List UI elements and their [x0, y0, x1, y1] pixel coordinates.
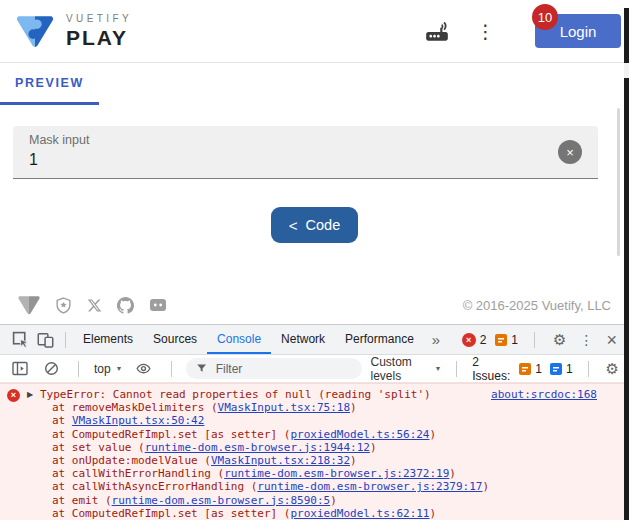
kebab-menu-icon[interactable]: ⋮ — [577, 332, 595, 348]
kebab-menu-icon[interactable]: ⋮ — [476, 22, 495, 41]
stack-file-link[interactable]: VMaskInput.tsx:50:42 — [72, 414, 204, 427]
vuetify-logo-icon[interactable] — [18, 295, 40, 315]
console-toolbar-right: Custom levels ▼ 2 Issues: 1 1 ⚙ — [370, 355, 621, 383]
x-twitter-icon[interactable] — [87, 298, 102, 313]
issues-orange-badge[interactable]: 1 — [519, 362, 542, 376]
filter-input[interactable] — [214, 361, 353, 377]
playground-tabbar: PREVIEW — [0, 63, 629, 105]
custom-levels-label: Custom levels — [370, 355, 429, 383]
stack-frame: at ComputedRefImpl.set [as setter] (prox… — [52, 507, 621, 520]
device-toolbar-icon[interactable] — [33, 331, 58, 348]
stack-frame-text: at onUpdate:modelValue ( — [52, 454, 211, 467]
stack-frame-text: at — [52, 414, 72, 427]
devtools-tab-performance[interactable]: Performance — [335, 325, 424, 354]
preview-pane: Mask input 1 × < Code — [0, 126, 629, 286]
issues-blue-count: 1 — [566, 362, 573, 376]
settings-gear-icon[interactable]: ⚙ — [551, 331, 568, 349]
stack-frame-text: ) — [350, 401, 357, 414]
stack-file-link[interactable]: proxiedModel.ts:56:24 — [290, 428, 429, 441]
console-settings-gear-icon[interactable]: ⚙ — [604, 360, 621, 378]
stack-file-link[interactable]: VMaskInput.tsx:75:18 — [218, 401, 350, 414]
stack-frame-text: at removeMaskDelimiters ( — [52, 401, 218, 414]
more-tabs-icon[interactable]: » — [432, 331, 440, 348]
notification-badge[interactable]: 10 — [532, 4, 558, 30]
stack-file-link[interactable]: proxiedModel.ts:62:11 — [290, 507, 429, 520]
close-icon[interactable]: × — [604, 331, 619, 349]
custom-levels-selector[interactable]: Custom levels ▼ — [370, 355, 441, 383]
stack-file-link[interactable]: runtime-dom.esm-browser.js:2379:17 — [257, 480, 482, 493]
devtools-tab-console[interactable]: Console — [207, 325, 271, 354]
stack-file-link[interactable]: runtime-dom.esm-browser.js:8590:5 — [112, 494, 331, 507]
stack-frame: at ComputedRefImpl.set [as setter] (prox… — [52, 428, 621, 441]
mask-input-value[interactable]: 1 — [29, 151, 582, 169]
stack-frame: at emit (runtime-dom.esm-browser.js:8590… — [52, 494, 621, 507]
inspect-element-icon[interactable] — [8, 331, 33, 348]
stack-frame-text: ) — [449, 467, 456, 480]
login-area: Login 10 — [535, 14, 621, 48]
stack-frame: at onUpdate:modelValue (VMaskInput.tsx:2… — [52, 454, 621, 467]
chevron-left-icon: < — [289, 217, 298, 234]
stack-file-link[interactable]: VMaskInput.tsx:218:32 — [211, 454, 350, 467]
stack-file-link[interactable]: runtime-dom.esm-browser.js:2372:19 — [224, 467, 449, 480]
stack-frame-text: ) — [330, 494, 337, 507]
clear-console-icon[interactable] — [40, 361, 63, 376]
github-icon[interactable] — [117, 297, 134, 314]
stack-frame-text: ) — [430, 507, 437, 520]
chevron-down-icon: ▼ — [435, 365, 442, 372]
brand[interactable]: VUETIFY PLAY — [16, 14, 132, 48]
issues-summary-label[interactable]: 2 Issues: — [472, 355, 511, 383]
error-first-line: TypeError: Cannot read properties of nul… — [40, 388, 621, 401]
mask-input-field[interactable]: Mask input 1 × — [13, 126, 598, 179]
issue-icon — [519, 363, 531, 375]
error-circle-icon: × — [7, 389, 20, 402]
stack-frame-text: ) — [430, 428, 437, 441]
stack-frame: at callWithErrorHandling (runtime-dom.es… — [52, 467, 621, 480]
window-edge — [624, 8, 629, 520]
vuetify-logo-icon — [16, 14, 54, 48]
message-icon — [550, 363, 562, 375]
issue-count: 1 — [511, 333, 518, 347]
issues-orange-count: 1 — [535, 362, 542, 376]
mask-input-label: Mask input — [29, 133, 582, 147]
security-shield-icon[interactable] — [55, 297, 72, 314]
error-count: 2 — [480, 333, 487, 347]
expand-caret-icon[interactable]: ▶ — [27, 390, 33, 399]
screen: VUETIFY PLAY ⋮ Login 10 PREVIEW Mask inp… — [0, 0, 629, 520]
filter-field[interactable] — [186, 358, 362, 379]
brand-vuetify-label: VUETIFY — [66, 14, 132, 24]
context-selector[interactable]: top ▼ — [94, 362, 123, 376]
chevron-down-icon: ▼ — [116, 365, 123, 372]
divider — [534, 332, 535, 348]
funnel-icon — [196, 362, 207, 375]
stack-frame-text: ) — [350, 454, 357, 467]
tab-preview[interactable]: PREVIEW — [0, 63, 99, 105]
window-edge-notch — [624, 63, 629, 78]
devtools-tabbar: Elements Sources Console Network Perform… — [0, 325, 629, 355]
console-messages: × ▶ TypeError: Cannot read properties of… — [0, 383, 629, 520]
live-expression-eye-icon[interactable] — [131, 361, 156, 376]
stack-frame-text: at ComputedRefImpl.set [as setter] ( — [52, 507, 290, 520]
context-selector-value: top — [94, 362, 111, 376]
stack-file-link[interactable]: runtime-dom.esm-browser.js:1944:12 — [145, 441, 370, 454]
error-source-link[interactable]: about:srcdoc:168 — [491, 388, 597, 401]
divider — [78, 361, 79, 377]
router-wireless-icon[interactable] — [424, 18, 450, 44]
devtools-tabbar-right: × 2 1 ⚙ ⋮ × — [462, 325, 629, 354]
preview-scrollbar[interactable] — [617, 108, 620, 256]
devtools-tab-sources[interactable]: Sources — [143, 325, 207, 354]
error-count-badge[interactable]: × 2 — [462, 333, 487, 347]
stack-frame-text: ) — [370, 441, 377, 454]
devtools-tab-network[interactable]: Network — [271, 325, 335, 354]
devtools-tab-elements[interactable]: Elements — [73, 325, 143, 354]
error-message: TypeError: Cannot read properties of nul… — [40, 388, 431, 401]
stack-frame-text: at ComputedRefImpl.set [as setter] ( — [52, 428, 290, 441]
stack-frame: at callWithAsyncErrorHandling (runtime-d… — [52, 480, 621, 493]
console-sidebar-icon[interactable] — [8, 361, 32, 376]
issue-count-badge[interactable]: 1 — [495, 333, 518, 347]
issues-blue-badge[interactable]: 1 — [550, 362, 573, 376]
discord-icon[interactable] — [149, 297, 167, 313]
code-toggle-button[interactable]: < Code — [271, 207, 358, 243]
clear-input-icon[interactable]: × — [558, 140, 582, 164]
console-error-row: × ▶ TypeError: Cannot read properties of… — [0, 383, 629, 520]
divider — [456, 361, 457, 377]
